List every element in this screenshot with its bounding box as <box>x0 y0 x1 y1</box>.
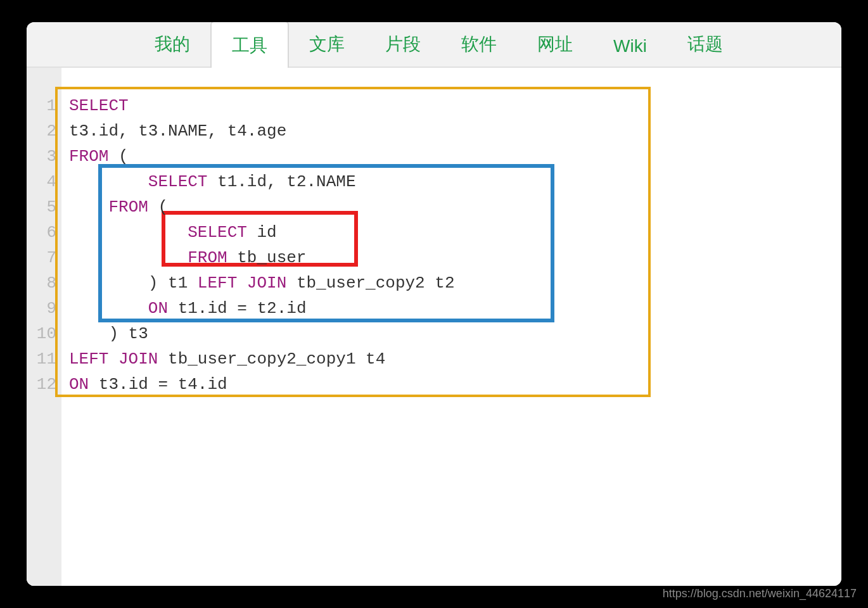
code-line: ) t1 LEFT JOIN tb_user_copy2 t2 <box>69 270 841 296</box>
code-line: t3.id, t3.NAME, t4.age <box>69 118 841 144</box>
sql-text: t3.id, t3.NAME, t4.age <box>69 122 286 141</box>
sql-text <box>69 172 148 191</box>
code-line: SELECT <box>69 93 841 118</box>
sql-keyword: FROM <box>69 147 108 166</box>
tab-mine[interactable]: 我的 <box>134 22 210 66</box>
sql-keyword: FROM <box>188 248 227 267</box>
code-line: FROM ( <box>69 144 841 169</box>
tab-bar: 我的 工具 文库 片段 软件 网址 Wiki 话题 <box>27 22 841 68</box>
sql-text: t1.id, t2.NAME <box>207 172 355 191</box>
sql-text <box>69 223 188 242</box>
sql-text <box>69 248 188 267</box>
line-number: 10 <box>27 321 56 346</box>
sql-keyword: LEFT JOIN <box>69 350 158 369</box>
sql-keyword: SELECT <box>148 172 208 191</box>
sql-text <box>69 299 148 318</box>
code-line: ON t1.id = t2.id <box>69 296 841 321</box>
line-number: 4 <box>27 169 56 194</box>
sql-keyword: LEFT JOIN <box>198 274 286 293</box>
editor-area[interactable]: 1 2 3 4 5 6 7 8 9 10 11 12 SELECT t3.id,… <box>27 68 841 586</box>
code-line: ON t3.id = t4.id <box>69 372 841 397</box>
sql-text: tb_user <box>227 248 307 267</box>
line-number: 6 <box>27 220 56 245</box>
tab-library[interactable]: 文库 <box>289 22 365 66</box>
tab-urls[interactable]: 网址 <box>517 22 593 66</box>
sql-text <box>69 198 108 217</box>
code-area[interactable]: SELECT t3.id, t3.NAME, t4.age FROM ( SEL… <box>61 68 841 586</box>
line-number: 12 <box>27 372 56 397</box>
watermark-text: https://blog.csdn.net/weixin_44624117 <box>663 587 857 600</box>
sql-text: ) t1 <box>69 274 198 293</box>
line-number: 1 <box>27 93 56 118</box>
sql-keyword: SELECT <box>188 223 247 242</box>
line-number: 9 <box>27 296 56 321</box>
line-number: 11 <box>27 346 56 372</box>
code-line: LEFT JOIN tb_user_copy2_copy1 t4 <box>69 346 841 372</box>
code-line: FROM ( <box>69 194 841 220</box>
code-line: FROM tb_user <box>69 245 841 270</box>
line-number: 7 <box>27 245 56 270</box>
line-number: 2 <box>27 118 56 144</box>
tab-snippets[interactable]: 片段 <box>365 22 441 66</box>
sql-keyword: ON <box>69 375 89 394</box>
code-line: SELECT id <box>69 220 841 245</box>
sql-keyword: SELECT <box>69 96 129 115</box>
line-gutter: 1 2 3 4 5 6 7 8 9 10 11 12 <box>27 68 61 586</box>
tab-wiki[interactable]: Wiki <box>593 25 667 66</box>
code-line: SELECT t1.id, t2.NAME <box>69 169 841 194</box>
sql-text: ) t3 <box>69 324 148 343</box>
line-number: 3 <box>27 144 56 169</box>
sql-text: t1.id = t2.id <box>168 299 306 318</box>
line-number: 8 <box>27 270 56 296</box>
sql-text: tb_user_copy2_copy1 t4 <box>158 350 385 369</box>
tab-tools[interactable]: 工具 <box>210 22 289 68</box>
sql-keyword: FROM <box>108 198 148 217</box>
sql-text: tb_user_copy2 t2 <box>286 274 454 293</box>
code-line: ) t3 <box>69 321 841 346</box>
sql-text: t3.id = t4.id <box>89 375 227 394</box>
sql-text: ( <box>148 198 168 217</box>
sql-keyword: ON <box>148 299 168 318</box>
app-window: 我的 工具 文库 片段 软件 网址 Wiki 话题 1 2 3 4 5 6 7 … <box>27 22 841 586</box>
sql-text: id <box>247 223 277 242</box>
tab-software[interactable]: 软件 <box>441 22 517 66</box>
line-number: 5 <box>27 194 56 220</box>
tab-topics[interactable]: 话题 <box>667 22 743 66</box>
sql-text: ( <box>108 147 128 166</box>
